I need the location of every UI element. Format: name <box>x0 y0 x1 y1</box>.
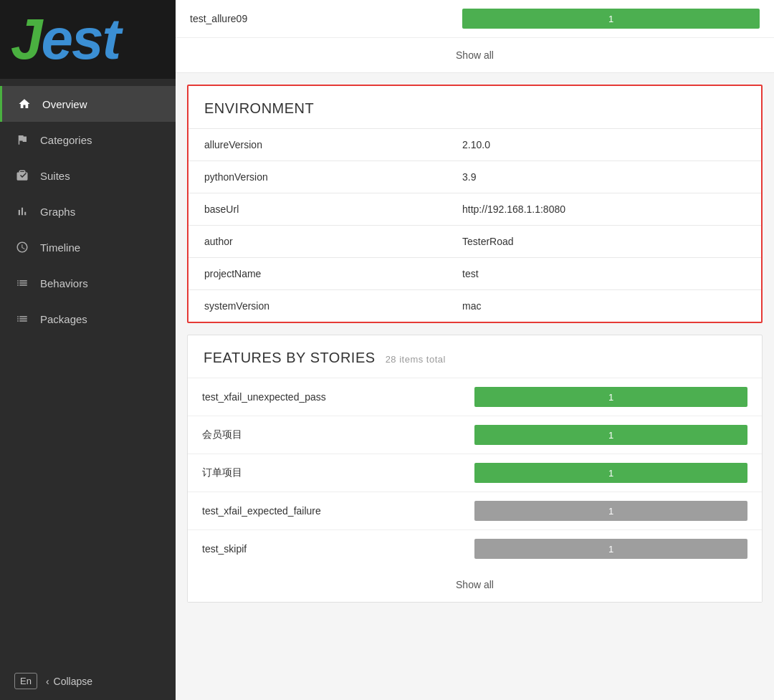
features-title-text: FEATURES BY STORIES <box>204 350 376 365</box>
main-content: test_allure09 1 Show all ENVIRONMENT all… <box>176 0 774 700</box>
feature-row-1: 会员项目 1 <box>188 416 762 454</box>
sidebar-item-categories-label: Categories <box>40 134 92 146</box>
env-key-baseurl: baseUrl <box>204 203 462 215</box>
test-allure09-row: test_allure09 1 <box>176 0 774 38</box>
env-row-baseurl: baseUrl http://192.168.1.1:8080 <box>188 193 761 225</box>
env-row-projectname: projectName test <box>188 257 761 289</box>
feature-name-3: test_xfail_expected_failure <box>202 505 474 517</box>
env-key-projectname: projectName <box>204 268 462 279</box>
logo-area: Jest <box>0 0 176 79</box>
env-row-allureversion: allureVersion 2.10.0 <box>188 128 761 160</box>
test-allure09-count: 1 <box>608 14 613 24</box>
sidebar-item-suites-label: Suites <box>40 170 70 182</box>
top-section: test_allure09 1 Show all <box>176 0 774 73</box>
feature-row-3: test_xfail_expected_failure 1 <box>188 492 762 529</box>
feature-bar-green-0[interactable]: 1 <box>474 387 747 407</box>
env-value-baseurl: http://192.168.1.1:8080 <box>462 203 565 215</box>
env-value-allureversion: 2.10.0 <box>462 139 490 150</box>
feature-bar-gray-3[interactable]: 1 <box>474 501 747 521</box>
sidebar-nav: Overview Categories Suites <box>0 79 176 662</box>
features-subtitle: 28 items total <box>386 354 446 365</box>
bar-chart-icon <box>14 203 30 219</box>
test-allure09-bar[interactable]: 1 <box>462 9 760 29</box>
feature-count-2: 1 <box>608 468 613 479</box>
env-row-systemversion: systemVersion mac <box>188 289 761 322</box>
feature-name-4: test_skipif <box>202 543 474 555</box>
env-value-systemversion: mac <box>462 300 481 312</box>
logo: Jest <box>11 11 120 68</box>
environment-title: ENVIRONMENT <box>188 86 761 128</box>
feature-row-4: test_skipif 1 <box>188 529 762 567</box>
env-key-systemversion: systemVersion <box>204 300 462 312</box>
sidebar-item-categories[interactable]: Categories <box>0 122 176 158</box>
sidebar-item-packages-label: Packages <box>40 313 87 325</box>
feature-count-1: 1 <box>608 430 613 441</box>
show-all-top-label: Show all <box>456 49 494 61</box>
test-allure09-name: test_allure09 <box>190 13 462 24</box>
collapse-label: Collapse <box>54 676 92 687</box>
feature-count-3: 1 <box>608 506 613 517</box>
feature-bar-green-2[interactable]: 1 <box>474 463 747 483</box>
show-all-features[interactable]: Show all <box>188 567 762 602</box>
env-key-allureversion: allureVersion <box>204 139 462 150</box>
feature-bar-gray-4[interactable]: 1 <box>474 539 747 559</box>
sidebar-item-behaviors[interactable]: Behaviors <box>0 265 176 301</box>
env-value-pythonversion: 3.9 <box>462 171 476 183</box>
sidebar-item-timeline-label: Timeline <box>40 241 80 254</box>
feature-bar-4[interactable]: 1 <box>474 539 747 559</box>
briefcase-icon <box>14 168 30 183</box>
feature-count-0: 1 <box>608 392 613 403</box>
sidebar: Jest Overview Categories <box>0 0 176 700</box>
env-row-pythonversion: pythonVersion 3.9 <box>188 160 761 193</box>
sidebar-item-timeline[interactable]: Timeline <box>0 229 176 265</box>
sidebar-item-overview-label: Overview <box>42 98 87 110</box>
feature-name-1: 会员项目 <box>202 428 474 441</box>
features-title: FEATURES BY STORIES 28 items total <box>188 335 762 378</box>
sidebar-item-suites[interactable]: Suites <box>0 158 176 193</box>
clock-icon <box>14 239 30 255</box>
features-section: FEATURES BY STORIES 28 items total test_… <box>187 335 763 603</box>
sidebar-footer: En ‹ Collapse <box>0 662 176 700</box>
feature-name-0: test_xfail_unexpected_pass <box>202 391 474 403</box>
env-value-projectname: test <box>462 268 479 279</box>
environment-section: ENVIRONMENT allureVersion 2.10.0 pythonV… <box>187 85 763 323</box>
show-all-features-label: Show all <box>456 579 494 590</box>
home-icon <box>16 96 32 112</box>
sidebar-item-packages[interactable]: Packages <box>0 301 176 337</box>
feature-name-2: 订单项目 <box>202 466 474 479</box>
env-key-pythonversion: pythonVersion <box>204 171 462 183</box>
feature-bar-0[interactable]: 1 <box>474 387 747 407</box>
env-key-author: author <box>204 236 462 247</box>
feature-row-2: 订单项目 1 <box>188 454 762 492</box>
collapse-arrow-icon: ‹ <box>46 676 49 687</box>
environment-rows: allureVersion 2.10.0 pythonVersion 3.9 b… <box>188 128 761 322</box>
sidebar-item-behaviors-label: Behaviors <box>40 277 88 289</box>
packages-icon <box>14 311 30 327</box>
sidebar-item-graphs[interactable]: Graphs <box>0 193 176 229</box>
environment-title-text: ENVIRONMENT <box>204 100 314 116</box>
feature-bar-3[interactable]: 1 <box>474 501 747 521</box>
feature-bar-2[interactable]: 1 <box>474 463 747 483</box>
sidebar-item-graphs-label: Graphs <box>40 206 75 218</box>
list-icon <box>14 275 30 291</box>
env-value-author: TesterRoad <box>462 236 514 247</box>
feature-count-4: 1 <box>608 544 613 555</box>
feature-bar-1[interactable]: 1 <box>474 425 747 445</box>
env-row-author: author TesterRoad <box>188 225 761 257</box>
feature-bar-green-1[interactable]: 1 <box>474 425 747 445</box>
collapse-button[interactable]: ‹ Collapse <box>46 676 92 687</box>
lang-badge[interactable]: En <box>14 673 37 689</box>
feature-row-0: test_xfail_unexpected_pass 1 <box>188 378 762 416</box>
flag-icon <box>14 132 30 148</box>
sidebar-item-overview[interactable]: Overview <box>0 86 176 122</box>
test-allure09-bar-container: 1 <box>462 9 760 29</box>
show-all-top[interactable]: Show all <box>176 38 774 72</box>
